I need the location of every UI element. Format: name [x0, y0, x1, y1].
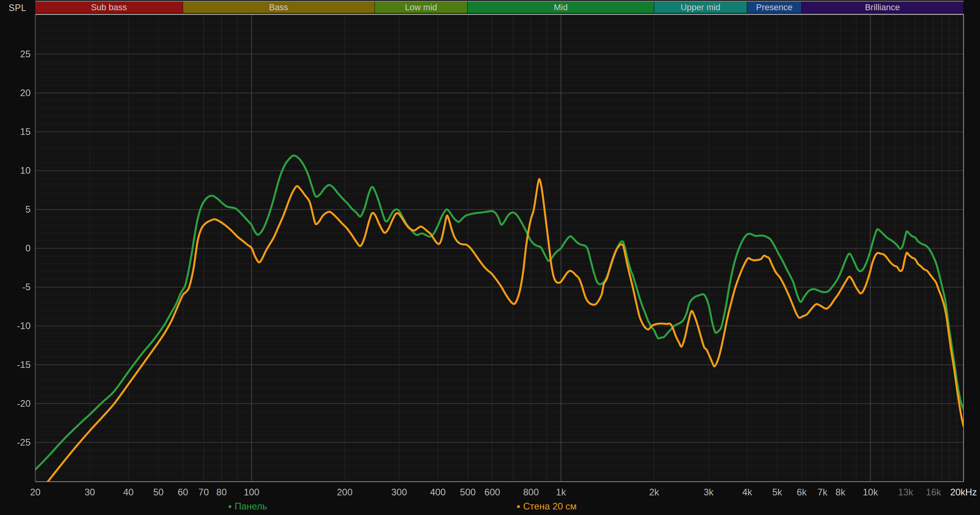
y-tick-5: 5: [25, 204, 31, 215]
x-tick-80: 80: [216, 487, 227, 497]
legend-item: Стена 20 см: [517, 500, 577, 512]
x-tick-16k: 16k: [926, 487, 942, 497]
y-tick-25: 25: [20, 49, 31, 59]
legend-marker-icon: [517, 505, 520, 508]
x-tick-500: 500: [460, 487, 475, 497]
y-tick--20: -20: [17, 398, 31, 409]
x-tick-3k: 3k: [704, 487, 714, 497]
y-tick--25: -25: [17, 437, 31, 448]
x-tick-800: 800: [523, 487, 539, 497]
frequency-response-chart: 203040506070801002003004005006008001k2k3…: [0, 0, 980, 515]
legend-label: Панель: [235, 501, 267, 512]
y-tick--15: -15: [17, 359, 31, 370]
y-tick-20: 20: [20, 87, 31, 98]
x-tick-10k: 10k: [863, 487, 878, 497]
x-tick-20kHz: 20kHz: [950, 487, 977, 497]
x-tick-300: 300: [391, 487, 407, 497]
y-tick-0: 0: [25, 243, 31, 253]
x-tick-600: 600: [485, 487, 500, 497]
x-tick-200: 200: [337, 487, 352, 497]
y-tick-10: 10: [20, 165, 31, 176]
x-tick-400: 400: [430, 487, 446, 497]
chart-plot-area: 203040506070801002003004005006008001k2k3…: [0, 0, 980, 515]
x-tick-6k: 6k: [797, 487, 807, 497]
x-tick-13k: 13k: [898, 487, 914, 497]
x-tick-100: 100: [244, 487, 260, 497]
x-tick-40: 40: [123, 487, 134, 497]
x-tick-20: 20: [30, 487, 41, 497]
x-tick-50: 50: [153, 487, 164, 497]
y-tick-15: 15: [20, 126, 31, 137]
x-tick-70: 70: [198, 487, 209, 497]
x-tick-7k: 7k: [817, 487, 828, 497]
legend-label: Стена 20 см: [523, 501, 577, 512]
legend-item: Панель: [229, 500, 267, 512]
x-tick-1k: 1k: [556, 487, 566, 497]
x-tick-30: 30: [85, 487, 95, 497]
chart-legend: ПанельСтена 20 см: [0, 500, 980, 512]
x-tick-4k: 4k: [742, 487, 753, 497]
y-tick--10: -10: [17, 320, 31, 331]
y-tick--5: -5: [22, 282, 31, 292]
x-tick-2k: 2k: [649, 487, 659, 497]
legend-marker-icon: [229, 505, 231, 508]
x-tick-60: 60: [178, 487, 188, 497]
x-tick-5k: 5k: [772, 487, 782, 497]
x-tick-8k: 8k: [835, 487, 846, 497]
